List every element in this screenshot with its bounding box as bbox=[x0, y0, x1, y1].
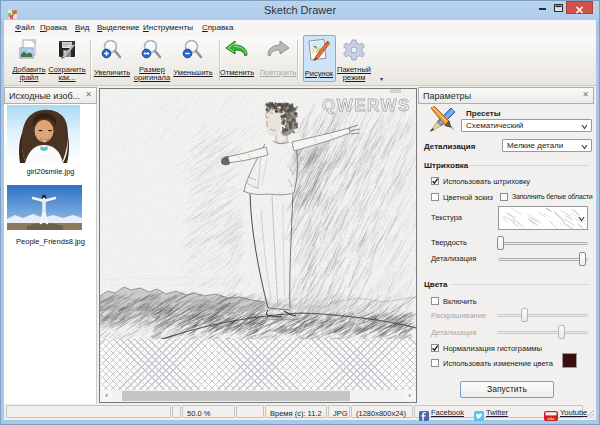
svg-text:tube: tube bbox=[547, 417, 554, 421]
svg-text:QWERWS: QWERWS bbox=[322, 96, 411, 115]
